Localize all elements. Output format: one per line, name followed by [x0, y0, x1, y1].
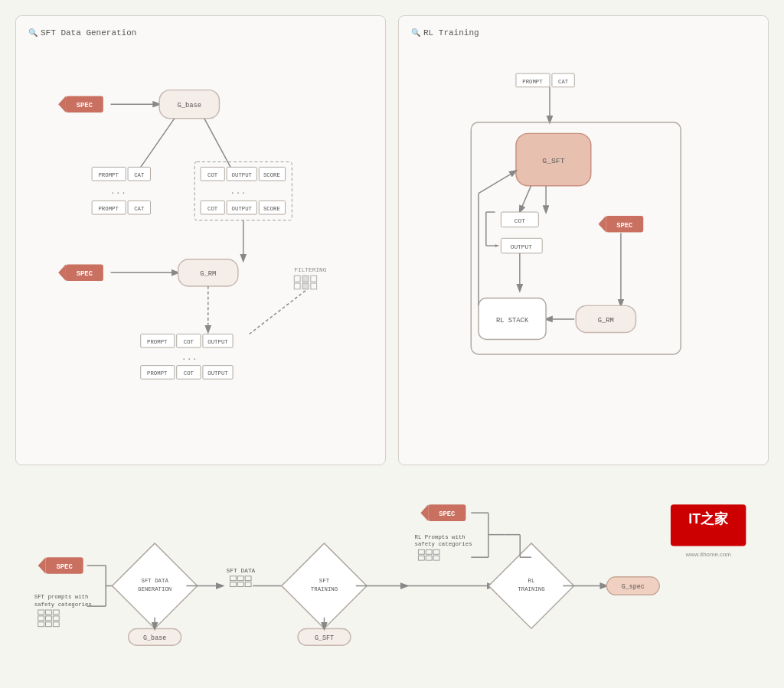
svg-text:G_SFT: G_SFT — [315, 634, 334, 642]
svg-text:PROMPT: PROMPT — [522, 79, 543, 85]
svg-rect-100 — [53, 616, 59, 621]
svg-rect-140 — [433, 556, 439, 560]
svg-rect-98 — [38, 616, 44, 621]
svg-text:G_RM: G_RM — [598, 317, 614, 324]
svg-rect-95 — [38, 610, 44, 615]
svg-text:safety categories: safety categories — [415, 541, 472, 547]
svg-rect-41 — [311, 276, 317, 282]
svg-text:GENERATION: GENERATION — [138, 586, 172, 592]
svg-rect-96 — [46, 610, 52, 615]
rl-svg: PROMPT CAT G_SFT COT — [411, 47, 756, 452]
svg-text:SPEC: SPEC — [56, 563, 73, 571]
svg-rect-99 — [46, 616, 52, 621]
svg-text:COT: COT — [207, 206, 218, 212]
svg-rect-97 — [53, 610, 59, 615]
rl-panel-title: 🔍 RL Training — [411, 28, 756, 37]
svg-rect-44 — [311, 283, 317, 289]
svg-line-68 — [520, 186, 531, 212]
svg-text:...: ... — [181, 352, 198, 363]
svg-text:safety categories: safety categories — [34, 602, 92, 608]
svg-text:OUTPUT: OUTPUT — [232, 172, 253, 178]
svg-text:TRAINING: TRAINING — [518, 586, 544, 592]
svg-marker-1 — [58, 96, 66, 112]
rl-diagram: PROMPT CAT G_SFT COT — [411, 47, 756, 452]
main-container: 🔍 SFT Data Generation SPEC G_base — [0, 0, 784, 664]
rl-panel: 🔍 RL Training PROMPT CAT — [398, 15, 769, 465]
svg-text:OUTPUT: OUTPUT — [207, 370, 228, 377]
svg-text:CAT: CAT — [134, 172, 145, 178]
svg-text:G_RM: G_RM — [200, 270, 216, 278]
svg-rect-135 — [418, 549, 424, 554]
svg-text:SCORE: SCORE — [263, 172, 281, 178]
bottom-diagram: SPEC SFT prompts with safety categories — [23, 481, 761, 649]
svg-text:RL Prompts with: RL Prompts with — [415, 534, 466, 540]
svg-rect-119 — [230, 582, 237, 587]
sft-panel-title: 🔍 SFT Data Generation — [28, 28, 373, 37]
svg-rect-102 — [46, 622, 52, 627]
svg-rect-136 — [426, 549, 432, 554]
svg-marker-131 — [420, 504, 428, 521]
sft-panel: 🔍 SFT Data Generation SPEC G_base — [15, 15, 386, 465]
svg-text:SPEC: SPEC — [77, 270, 93, 278]
svg-text:PROMPT: PROMPT — [98, 206, 119, 212]
svg-text:SFT prompts with: SFT prompts with — [34, 594, 89, 600]
svg-text:SPEC: SPEC — [77, 102, 93, 109]
svg-text:G_base: G_base — [177, 102, 201, 109]
svg-line-46 — [250, 291, 305, 334]
svg-rect-121 — [245, 582, 251, 587]
svg-rect-103 — [53, 622, 59, 627]
svg-text:IT之家: IT之家 — [688, 510, 729, 527]
rl-search-icon: 🔍 — [411, 28, 420, 37]
svg-marker-91 — [38, 557, 46, 574]
svg-rect-116 — [230, 576, 237, 581]
sft-diagram: SPEC G_base PROMPT CAT — [28, 47, 373, 452]
svg-text:CAT: CAT — [558, 79, 569, 85]
svg-text:FILTERING: FILTERING — [294, 266, 327, 273]
rl-title-text: RL Training — [423, 28, 479, 37]
svg-text:www.ithome.com: www.ithome.com — [684, 551, 731, 558]
bottom-svg: SPEC SFT prompts with safety categories — [23, 481, 761, 649]
svg-marker-89 — [495, 244, 500, 247]
svg-rect-42 — [294, 283, 300, 289]
svg-rect-120 — [237, 582, 243, 587]
svg-text:SFT: SFT — [319, 578, 330, 584]
svg-text:OUTPUT: OUTPUT — [232, 206, 253, 212]
svg-text:G_base: G_base — [143, 634, 166, 642]
svg-text:COT: COT — [184, 370, 194, 377]
svg-text:SCORE: SCORE — [263, 206, 281, 212]
top-row: 🔍 SFT Data Generation SPEC G_base — [15, 15, 769, 465]
svg-text:SFT DATA: SFT DATA — [227, 567, 256, 574]
svg-text:RL STACK: RL STACK — [496, 317, 529, 324]
svg-text:...: ... — [110, 186, 126, 197]
svg-rect-117 — [237, 576, 243, 581]
svg-text:COT: COT — [184, 339, 194, 345]
svg-line-6 — [141, 119, 175, 168]
svg-rect-137 — [433, 549, 439, 554]
svg-rect-43 — [302, 283, 309, 289]
svg-marker-33 — [58, 265, 66, 282]
bottom-flow: SPEC SFT prompts with safety categories — [15, 481, 769, 649]
svg-text:COT: COT — [514, 217, 525, 224]
svg-rect-101 — [38, 622, 44, 627]
svg-text:OUTPUT: OUTPUT — [511, 243, 532, 250]
sft-search-icon: 🔍 — [28, 28, 38, 37]
svg-marker-73 — [599, 216, 606, 233]
svg-text:PROMPT: PROMPT — [147, 370, 168, 377]
svg-text:RL: RL — [528, 578, 535, 584]
svg-line-85 — [479, 171, 516, 193]
sft-title-text: SFT Data Generation — [41, 28, 136, 37]
svg-text:COT: COT — [207, 172, 218, 178]
svg-text:PROMPT: PROMPT — [147, 339, 168, 345]
svg-text:SPEC: SPEC — [616, 222, 633, 230]
svg-text:G_spec: G_spec — [622, 583, 645, 591]
svg-text:TRAINING: TRAINING — [311, 586, 338, 592]
svg-text:OUTPUT: OUTPUT — [207, 339, 228, 345]
svg-text:PROMPT: PROMPT — [98, 172, 119, 178]
svg-text:CAT: CAT — [134, 206, 145, 212]
svg-rect-39 — [294, 276, 300, 282]
svg-line-7 — [204, 119, 230, 168]
svg-rect-139 — [426, 556, 432, 560]
svg-text:SFT DATA: SFT DATA — [141, 578, 168, 584]
svg-rect-118 — [245, 576, 251, 581]
svg-rect-138 — [418, 556, 424, 560]
